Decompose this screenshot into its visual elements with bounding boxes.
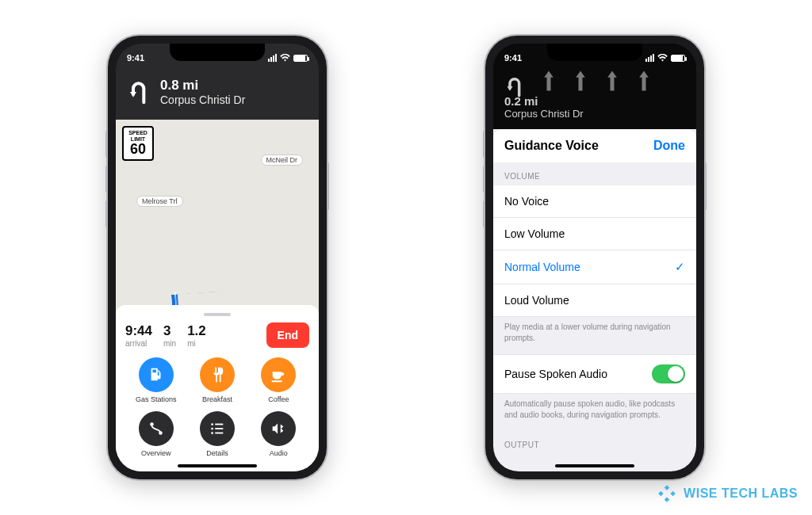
direction-distance: 0.2 mi <box>504 94 685 108</box>
signal-icon <box>268 54 277 62</box>
eta-distance-label: mi <box>187 339 206 348</box>
tile-coffee-label: Coffee <box>261 395 296 403</box>
eta-distance-value: 1.2 <box>187 323 206 339</box>
overview-icon <box>147 420 165 437</box>
end-route-button[interactable]: End <box>266 322 309 348</box>
tile-audio-label: Audio <box>261 449 296 457</box>
status-right <box>268 54 308 62</box>
direction-road: Corpus Christi Dr <box>504 108 685 120</box>
svg-point-4 <box>211 432 213 434</box>
guidance-voice-sheet: Guidance Voice Done VOLUME No Voice Low … <box>493 129 696 471</box>
wifi-icon <box>657 54 668 62</box>
battery-icon <box>293 55 308 62</box>
eta-arrival-time: 9:44 <box>125 323 152 339</box>
svg-rect-6 <box>215 428 223 429</box>
status-right <box>645 54 685 62</box>
watermark-logo-icon <box>657 483 677 504</box>
bottom-sheet[interactable]: 9:44 arrival 3 min 1.2 mi End <box>116 305 319 471</box>
screen-left: 9:41 0.8 mi Corpus Christi Dr <box>116 44 319 471</box>
notch <box>547 44 642 61</box>
speaker-bluetooth-icon <box>270 420 287 437</box>
lane-arrow-icon <box>573 71 588 91</box>
home-indicator[interactable] <box>555 464 634 467</box>
volume-section-header: VOLUME <box>493 162 696 185</box>
sheet-grabber[interactable] <box>204 313 231 316</box>
phone-frame-left: 9:41 0.8 mi Corpus Christi Dr <box>108 36 327 479</box>
watermark: WISE TECH LABS <box>657 483 798 504</box>
fork-knife-icon <box>209 366 226 383</box>
tile-details-label: Details <box>200 449 235 457</box>
uturn-icon <box>127 78 152 106</box>
screen-right: 9:41 0.2 mi <box>493 44 696 471</box>
pause-spoken-audio-label: Pause Spoken Audio <box>504 368 607 380</box>
signal-icon <box>645 54 654 62</box>
volume-section-footer: Play media at a lower volume during navi… <box>493 317 696 354</box>
pause-spoken-audio-toggle[interactable] <box>652 364 685 383</box>
sheet-header: Guidance Voice Done <box>493 129 696 162</box>
volume-option-loud[interactable]: Loud Volume <box>493 284 696 317</box>
tile-details[interactable]: Details <box>200 411 235 457</box>
tile-breakfast[interactable]: Breakfast <box>200 357 235 403</box>
pause-spoken-audio-row[interactable]: Pause Spoken Audio <box>493 354 696 394</box>
output-section-header: OUTPUT <box>493 431 696 454</box>
lane-arrow-icon <box>636 71 652 91</box>
volume-option-no-voice[interactable]: No Voice <box>493 185 696 218</box>
gas-icon <box>147 366 165 383</box>
lane-guidance <box>541 71 685 91</box>
tile-gas-label: Gas Stations <box>136 395 177 403</box>
watermark-text: WISE TECH LABS <box>684 486 798 501</box>
tile-gas-stations[interactable]: Gas Stations <box>136 357 177 403</box>
eta-duration-label: min <box>163 339 176 348</box>
list-icon <box>209 420 226 437</box>
home-indicator[interactable] <box>178 464 257 467</box>
volume-option-normal[interactable]: Normal Volume ✓ <box>493 250 696 284</box>
svg-rect-7 <box>215 433 223 434</box>
road-label-melrose: Melrose Trl <box>136 196 183 207</box>
wifi-icon <box>280 54 290 62</box>
status-time: 9:41 <box>504 53 522 63</box>
tile-breakfast-label: Breakfast <box>200 395 235 403</box>
svg-rect-5 <box>215 424 223 425</box>
svg-point-0 <box>150 422 154 426</box>
pause-section-footer: Automatically pause spoken audio, like p… <box>493 394 696 431</box>
sheet-title: Guidance Voice <box>504 139 599 153</box>
battery-icon <box>671 55 685 62</box>
coffee-icon <box>270 366 287 383</box>
volume-option-low[interactable]: Low Volume <box>493 218 696 250</box>
road-label-mcneil: McNeil Dr <box>261 154 304 166</box>
tile-overview[interactable]: Overview <box>139 411 174 457</box>
direction-distance: 0.8 mi <box>160 78 245 93</box>
tile-overview-label: Overview <box>139 449 174 457</box>
eta-duration-value: 3 <box>163 323 176 339</box>
status-time: 9:41 <box>127 53 144 63</box>
tile-coffee[interactable]: Coffee <box>261 357 296 403</box>
notch <box>170 44 265 61</box>
checkmark-icon: ✓ <box>675 260 685 274</box>
direction-road: Corpus Christi Dr <box>160 93 245 106</box>
svg-point-2 <box>211 423 213 425</box>
svg-point-3 <box>211 428 213 430</box>
tile-audio[interactable]: Audio <box>261 411 296 457</box>
eta-row: 9:44 arrival 3 min 1.2 mi End <box>125 322 309 348</box>
lane-arrow-icon <box>604 71 620 91</box>
eta-arrival-label: arrival <box>125 339 152 348</box>
speed-limit-sign: SPEED LIMIT 60 <box>122 126 154 161</box>
lane-arrow-icon <box>541 71 557 91</box>
done-button[interactable]: Done <box>653 139 685 153</box>
phone-frame-right: 9:41 0.2 mi <box>485 36 704 479</box>
